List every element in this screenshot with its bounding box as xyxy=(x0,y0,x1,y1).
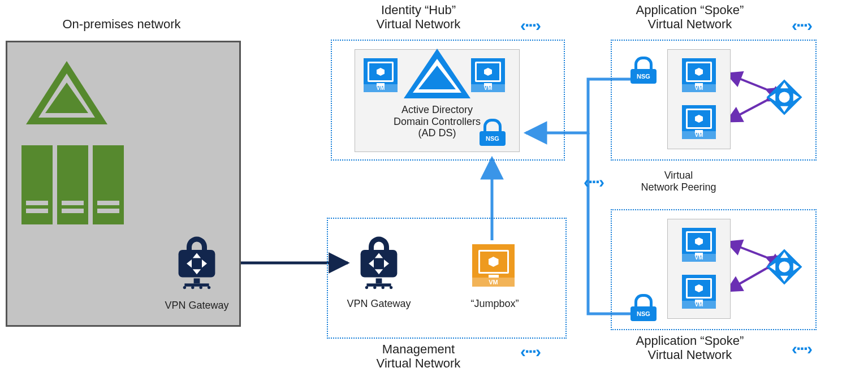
nsg-icon: NSG xyxy=(480,119,506,146)
vm-tag: VM xyxy=(682,301,716,309)
svg-point-12 xyxy=(200,286,202,289)
vm-icon: VM xyxy=(471,58,505,92)
architecture-diagram: On-premises network xyxy=(0,0,868,385)
svg-point-10 xyxy=(183,286,186,289)
svg-point-11 xyxy=(191,286,194,289)
vm-tag: VM xyxy=(682,84,716,92)
svg-point-35 xyxy=(779,261,789,272)
nsg-icon: NSG xyxy=(631,294,657,321)
load-balancer-icon xyxy=(765,77,804,117)
svg-rect-22 xyxy=(376,278,382,283)
jumpbox-label: “Jumpbox” xyxy=(450,298,540,310)
mgmt-vnet: VPN Gateway VM “Jumpbox” xyxy=(327,218,567,339)
svg-point-27 xyxy=(390,286,392,289)
svg-rect-9 xyxy=(184,283,209,286)
vpn-gateway-icon xyxy=(171,229,222,291)
vpn-gateway-icon xyxy=(353,229,404,291)
mgmt-gw-label: VPN Gateway xyxy=(336,298,421,310)
svg-point-24 xyxy=(365,286,368,289)
svg-point-25 xyxy=(373,286,376,289)
load-balancer-icon xyxy=(765,247,804,287)
peering-icon: ‹···› xyxy=(792,16,811,35)
peering-icon: ‹···› xyxy=(520,16,540,35)
vm-tag: VM xyxy=(364,84,398,92)
svg-point-13 xyxy=(208,286,210,289)
spoke-bottom-title: Application “Spoke” Virtual Network xyxy=(602,334,778,362)
vm-icon: VM xyxy=(682,105,716,139)
spoke-top-title: Application “Spoke” Virtual Network xyxy=(602,3,778,32)
jumpbox-vm-icon: VM xyxy=(472,244,515,287)
vm-icon: VM xyxy=(364,58,398,92)
peering-icon: ‹···› xyxy=(792,339,811,358)
spoke-bottom-avset: VM VM xyxy=(667,219,731,319)
vm-tag: VM xyxy=(472,278,515,287)
vm-tag: VM xyxy=(682,131,716,139)
onprem-gw-label: VPN Gateway xyxy=(154,300,239,312)
hub-title-l2: Virtual Network xyxy=(377,17,461,31)
svg-rect-23 xyxy=(366,283,391,286)
vm-tag: VM xyxy=(682,254,716,262)
ad-triangle-icon xyxy=(400,46,474,103)
spoke-top-avset: VM VM xyxy=(667,49,731,149)
vm-tag: VM xyxy=(471,84,505,92)
server-icon xyxy=(93,145,124,224)
peering-icon: ‹···› xyxy=(520,342,540,361)
hub-vnet: VM VM Active Directory Domain Controller… xyxy=(331,40,565,161)
onprem-box: VPN Gateway xyxy=(6,41,241,327)
vm-icon: VM xyxy=(682,275,716,309)
hub-title-l1: Identity “Hub” xyxy=(381,3,456,17)
ad-triangle-icon xyxy=(21,57,112,130)
server-icon xyxy=(57,145,88,224)
onprem-title: On-premises network xyxy=(6,17,237,31)
vm-icon: VM xyxy=(682,228,716,262)
svg-point-29 xyxy=(779,92,789,102)
peering-label: Virtual Network Peering xyxy=(622,170,735,193)
server-icon xyxy=(21,145,53,224)
hub-title: Identity “Hub” Virtual Network xyxy=(331,3,506,32)
mgmt-title: Management Virtual Network xyxy=(331,342,506,371)
peering-icon: ‹···› xyxy=(584,172,603,192)
svg-rect-8 xyxy=(194,278,200,283)
vm-icon: VM xyxy=(682,58,716,92)
svg-point-26 xyxy=(382,286,385,289)
nsg-icon: NSG xyxy=(631,57,657,84)
